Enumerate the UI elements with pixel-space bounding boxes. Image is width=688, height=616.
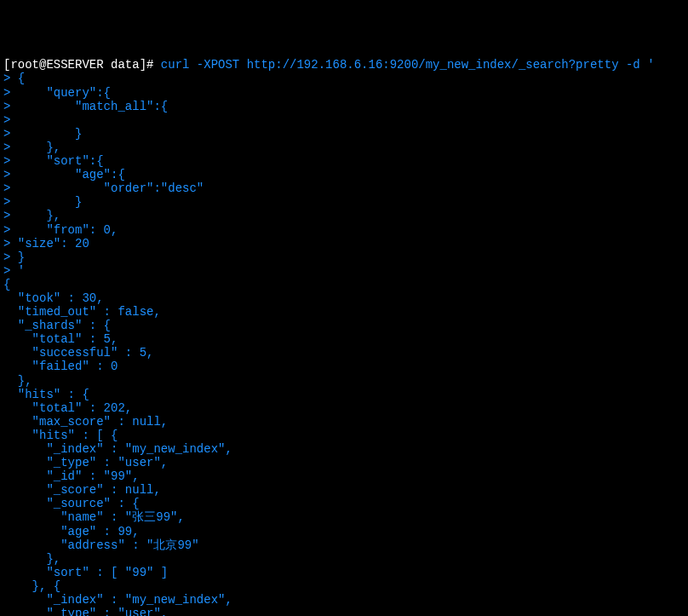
terminal[interactable]: [root@ESSERVER data]# curl -XPOST http:/… — [3, 58, 685, 616]
output-line: "total" : 5, — [3, 332, 685, 346]
command-text: curl -XPOST http://192.168.6.16:9200/my_… — [161, 58, 655, 72]
output-line: "failed" : 0 — [3, 360, 685, 373]
output-line: "name" : "张三99", — [3, 510, 685, 524]
input-line: > ' — [3, 264, 685, 278]
input-line: > "order":"desc" — [3, 181, 685, 195]
output-line: "_type" : "user", — [3, 607, 685, 616]
output-line: "_score" : null, — [3, 483, 685, 497]
output-line: "hits" : { — [3, 388, 685, 401]
input-block: > {> "query":{> "match_all":{>> }> },> "… — [3, 72, 685, 277]
output-line: }, { — [3, 579, 685, 593]
input-line: > "match_all":{ — [3, 100, 685, 113]
command-line: [root@ESSERVER data]# curl -XPOST http:/… — [3, 58, 685, 72]
output-line: }, — [3, 552, 685, 566]
output-line: "total" : 202, — [3, 401, 685, 415]
output-line: "_shards" : { — [3, 319, 685, 332]
output-line: "hits" : [ { — [3, 429, 685, 442]
input-line: > — [3, 113, 685, 127]
input-line: > "from": 0, — [3, 223, 685, 237]
input-line: > } — [3, 195, 685, 209]
output-line: "timed_out" : false, — [3, 305, 685, 319]
output-line: { — [3, 278, 685, 291]
input-line: > "sort":{ — [3, 154, 685, 168]
output-line: "_type" : "user", — [3, 456, 685, 469]
output-line: }, — [3, 374, 685, 388]
output-line: "successful" : 5, — [3, 346, 685, 360]
input-line: > "size": 20 — [3, 237, 685, 250]
shell-prompt: [root@ESSERVER data]# — [3, 58, 161, 72]
input-line: > }, — [3, 141, 685, 154]
output-line: "_index" : "my_new_index", — [3, 593, 685, 607]
output-block: { "took" : 30, "timed_out" : false, "_sh… — [3, 278, 685, 616]
input-line: > }, — [3, 209, 685, 222]
output-line: "age" : 99, — [3, 525, 685, 538]
output-line: "sort" : [ "99" ] — [3, 566, 685, 579]
input-line: > } — [3, 250, 685, 264]
output-line: "_source" : { — [3, 497, 685, 510]
input-line: > } — [3, 127, 685, 141]
input-line: > "age":{ — [3, 168, 685, 181]
output-line: "address" : "北京99" — [3, 538, 685, 552]
output-line: "_id" : "99", — [3, 469, 685, 483]
input-line: > "query":{ — [3, 86, 685, 100]
input-line: > { — [3, 72, 685, 85]
output-line: "max_score" : null, — [3, 415, 685, 429]
output-line: "took" : 30, — [3, 291, 685, 305]
output-line: "_index" : "my_new_index", — [3, 442, 685, 456]
